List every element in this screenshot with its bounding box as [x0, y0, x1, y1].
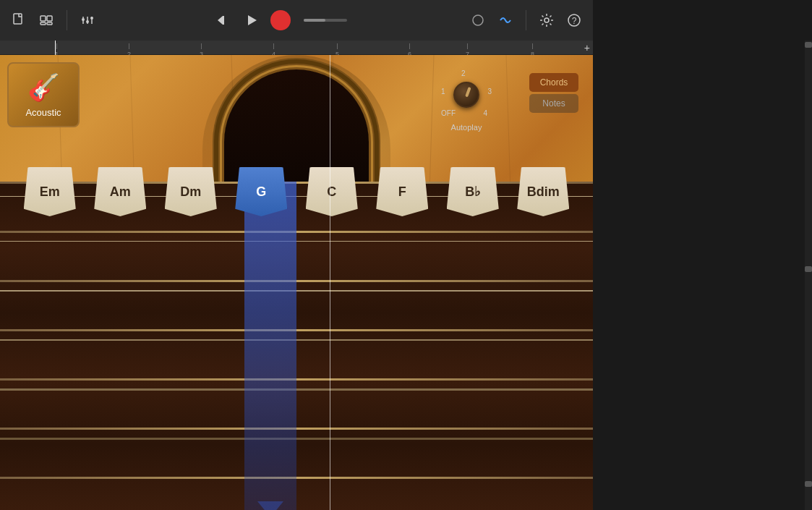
- autoplay-label: Autoplay: [451, 123, 482, 132]
- fret-3: [0, 329, 593, 331]
- ruler-marks: 1 2 3 4 5 6 7 8: [6, 41, 587, 55]
- help-icon[interactable]: ?: [564, 10, 584, 30]
- scrollbar-thumb-mid: [805, 266, 812, 272]
- svg-text:?: ?: [572, 16, 577, 26]
- chord-key-dm[interactable]: Dm: [165, 167, 217, 216]
- knob-label-4: 4: [483, 109, 487, 117]
- instrument-name: Acoustic: [25, 107, 61, 118]
- chord-key-f-body: F: [376, 167, 428, 216]
- add-track-button[interactable]: +: [584, 42, 590, 54]
- new-file-icon[interactable]: [9, 10, 29, 30]
- transport-controls: [213, 10, 291, 30]
- fret-4: [0, 378, 593, 381]
- settings-icon[interactable]: [537, 10, 557, 30]
- svg-point-15: [544, 18, 549, 22]
- smart-controls-icon[interactable]: [495, 10, 516, 30]
- svg-point-8: [82, 18, 85, 21]
- autoplay-knob[interactable]: [453, 82, 479, 108]
- chord-keys-row: Em Am Dm G C F B♭ Bdim: [0, 167, 593, 216]
- knob-label-off: OFF: [441, 109, 456, 117]
- instrument-thumbnail[interactable]: 🎸 Acoustic: [7, 62, 80, 127]
- timeline-ruler: 1 2 3 4 5 6 7 8 +: [0, 41, 593, 55]
- svg-marker-11: [218, 16, 223, 25]
- playhead-main: [330, 55, 330, 510]
- fret-2: [0, 280, 593, 282]
- chord-key-g[interactable]: G: [235, 167, 287, 216]
- svg-point-14: [473, 15, 483, 25]
- string-5: [0, 388, 593, 391]
- mixer-icon[interactable]: [77, 10, 98, 30]
- chord-key-bdim-body: Bdim: [517, 167, 569, 216]
- toolbar: ?: [0, 0, 593, 41]
- fretboard: [0, 182, 593, 510]
- svg-point-9: [86, 20, 89, 23]
- instrument-panel: 🎸 Acoustic: [7, 62, 80, 127]
- play-button[interactable]: [242, 10, 262, 30]
- svg-rect-3: [40, 22, 46, 25]
- svg-rect-0: [14, 14, 22, 24]
- chord-key-c[interactable]: C: [306, 167, 358, 216]
- fret-6: [0, 477, 593, 479]
- svg-rect-4: [47, 22, 52, 25]
- chord-key-dm-body: Dm: [165, 167, 217, 216]
- chord-key-g-body: G: [235, 167, 287, 216]
- autoplay-knob-area: OFF 1 2 3 4: [441, 69, 492, 120]
- guitar-icon: 🎸: [27, 72, 60, 103]
- chord-key-em[interactable]: Em: [24, 167, 76, 216]
- chord-key-c-body: C: [306, 167, 358, 216]
- knob-label-1: 1: [441, 88, 445, 95]
- knob-label-2: 2: [461, 69, 466, 77]
- playhead-ruler: [55, 41, 56, 55]
- separator-2: [526, 10, 526, 30]
- rewind-button[interactable]: [213, 10, 233, 30]
- chord-key-bb-body: B♭: [447, 167, 499, 216]
- string-3: [0, 290, 593, 292]
- chord-key-am[interactable]: Am: [94, 167, 146, 216]
- svg-point-10: [90, 17, 93, 20]
- guitar-area: 🎸 Acoustic OFF 1 2 3 4 Autoplay Chords N…: [0, 55, 593, 510]
- notes-button[interactable]: Notes: [529, 94, 578, 113]
- string-2: [0, 241, 593, 242]
- volume-slider[interactable]: [304, 19, 347, 22]
- string-4: [0, 339, 593, 341]
- chord-key-em-body: Em: [24, 167, 76, 216]
- sidebar-area: [593, 0, 812, 510]
- chord-key-am-body: Am: [94, 167, 146, 216]
- knob-label-3: 3: [487, 88, 492, 95]
- loop-icon[interactable]: [36, 10, 56, 30]
- master-volume-icon[interactable]: [468, 10, 488, 30]
- chord-key-bdim[interactable]: Bdim: [517, 167, 569, 216]
- chord-key-f[interactable]: F: [376, 167, 428, 216]
- svg-rect-12: [223, 16, 224, 25]
- record-button[interactable]: [270, 10, 291, 30]
- svg-rect-1: [40, 16, 46, 21]
- fret-5: [0, 428, 593, 430]
- scrollbar-thumb-top: [805, 42, 812, 48]
- scrollbar-track[interactable]: [805, 41, 812, 510]
- separator-1: [67, 10, 67, 30]
- chords-button[interactable]: Chords: [529, 73, 578, 92]
- svg-rect-2: [47, 16, 52, 21]
- fret-1: [0, 231, 593, 233]
- autoplay-panel: OFF 1 2 3 4 Autoplay: [441, 69, 492, 132]
- chord-notes-toggle: Chords Notes: [529, 73, 578, 113]
- active-chord-highlight: [244, 182, 296, 510]
- string-6: [0, 438, 593, 440]
- scrollbar-thumb-bot: [805, 481, 812, 487]
- svg-marker-13: [248, 15, 257, 25]
- chord-key-bb[interactable]: B♭: [447, 167, 499, 216]
